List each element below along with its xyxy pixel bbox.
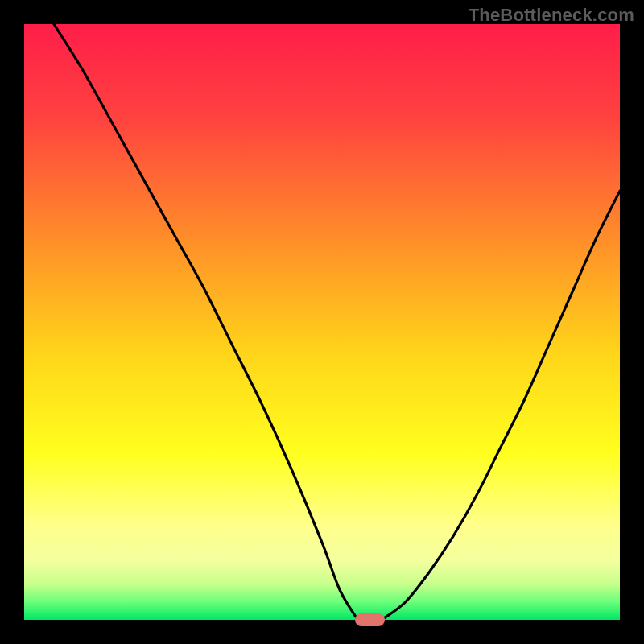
curve-right-branch [382,191,620,620]
chart-container: TheBottleneck.com [0,0,644,644]
curve-left-branch [54,24,357,620]
bottleneck-marker [355,613,385,626]
watermark-text: TheBottleneck.com [469,5,634,26]
curve-layer [24,24,620,620]
plot-frame [24,24,620,620]
